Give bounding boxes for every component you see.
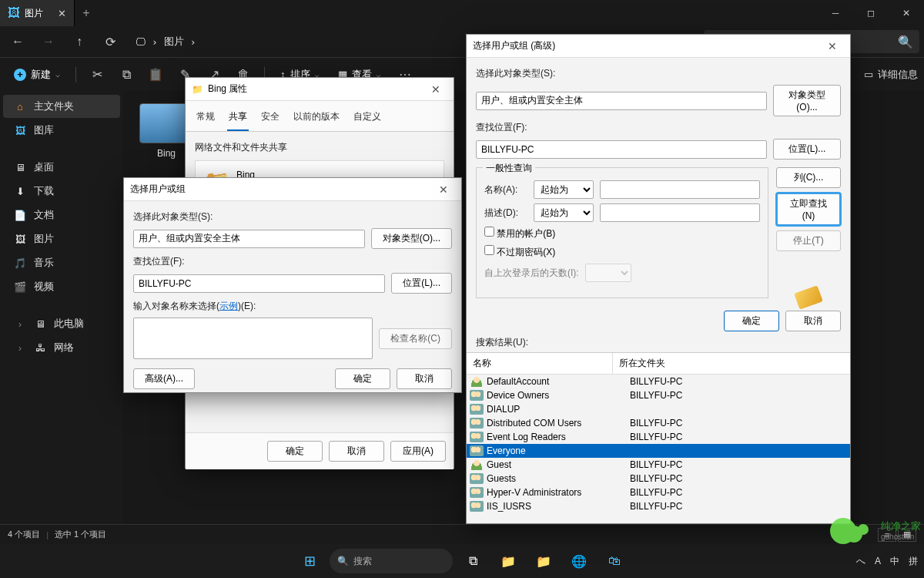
dialog-titlebar[interactable]: 选择用户或组 (高级) ✕ <box>467 35 850 58</box>
name-op-select[interactable]: 起始为 <box>534 180 594 199</box>
taskbar-explorer[interactable]: 📁 <box>493 546 524 576</box>
location-label: 查找位置(F): <box>476 121 841 134</box>
result-row[interactable]: DefaultAccountBILLYFU-PC <box>467 375 850 388</box>
example-link[interactable]: 示例 <box>219 301 238 311</box>
start-button[interactable]: ⊞ <box>294 546 325 576</box>
ime-lang[interactable]: 中 <box>890 555 899 568</box>
ok-button[interactable]: 确定 <box>267 441 323 462</box>
sidebar-item[interactable]: 🎬视频 <box>3 275 120 298</box>
taskbar-explorer-2[interactable]: 📁 <box>528 546 559 576</box>
sidebar-item-gallery[interactable]: 🖼图库 <box>3 119 120 142</box>
columns-button[interactable]: 列(C)... <box>776 167 841 188</box>
tab[interactable]: 常规 <box>195 107 216 131</box>
forward-button[interactable]: → <box>35 29 62 55</box>
copy-button[interactable]: ⧉ <box>113 62 139 88</box>
tray-chevron-icon[interactable]: へ <box>856 555 865 568</box>
close-tab-icon[interactable]: ✕ <box>55 7 68 19</box>
object-type-field[interactable] <box>133 230 365 248</box>
back-button[interactable]: ← <box>5 29 31 55</box>
col-folder[interactable]: 所在文件夹 <box>613 353 671 374</box>
desc-input[interactable] <box>600 203 760 222</box>
close-icon[interactable]: ✕ <box>424 83 447 96</box>
breadcrumb[interactable]: 🖵 › 图片 › <box>136 35 196 49</box>
result-row[interactable]: Device OwnersBILLYFU-PC <box>467 388 850 402</box>
result-row[interactable]: Everyone <box>467 444 850 458</box>
window-tab[interactable]: 🖼 图片 ✕ <box>0 0 75 26</box>
new-tab-button[interactable]: + <box>75 6 98 20</box>
paste-button[interactable]: 📋 <box>142 62 169 88</box>
object-type-button[interactable]: 对象类型(O)... <box>371 228 452 249</box>
result-row[interactable]: Event Log ReadersBILLYFU-PC <box>467 430 850 444</box>
sidebar-item[interactable]: 🖼图片 <box>3 227 120 250</box>
refresh-button[interactable]: ⟳ <box>97 29 123 55</box>
taskview-button[interactable]: ⧉ <box>457 546 488 576</box>
maximize-button[interactable]: ◻ <box>853 0 889 26</box>
result-row[interactable]: Hyper-V AdministratorsBILLYFU-PC <box>467 486 850 499</box>
cancel-button[interactable]: 取消 <box>329 441 384 462</box>
ok-button[interactable]: 确定 <box>724 311 779 331</box>
up-button[interactable]: ↑ <box>66 29 92 55</box>
location-field[interactable] <box>133 274 385 293</box>
check-names-button[interactable]: 检查名称(C) <box>379 328 452 349</box>
sidebar-item[interactable]: 🎵音乐 <box>3 251 120 274</box>
tab[interactable]: 共享 <box>227 107 249 131</box>
close-button[interactable]: ✕ <box>889 0 924 26</box>
cancel-button[interactable]: 取消 <box>397 368 452 389</box>
names-input[interactable] <box>133 318 373 359</box>
result-row[interactable]: IIS_IUSRSBILLYFU-PC <box>467 499 850 513</box>
sidebar-item[interactable]: 📄文档 <box>3 203 120 227</box>
ime-mode[interactable]: 拼 <box>909 555 918 568</box>
stop-button[interactable]: 停止(T) <box>776 230 841 251</box>
col-name[interactable]: 名称 <box>467 353 613 374</box>
sidebar-icon: 📄 <box>14 209 26 221</box>
taskbar-search[interactable]: 🔍搜索 <box>330 549 453 573</box>
cancel-button[interactable]: 取消 <box>785 311 841 331</box>
result-row[interactable]: INTERACTIVE <box>467 513 850 514</box>
cut-button[interactable]: ✂ <box>84 62 110 88</box>
dialog-titlebar[interactable]: 📁 Bing 属性 ✕ <box>186 78 454 101</box>
breadcrumb-item[interactable]: 图片 <box>164 35 184 49</box>
location-field[interactable] <box>476 140 767 159</box>
result-row[interactable]: Distributed COM UsersBILLYFU-PC <box>467 416 850 430</box>
advanced-button[interactable]: 高级(A)... <box>133 368 195 389</box>
location-button[interactable]: 位置(L)... <box>773 139 841 160</box>
sidebar-item-home[interactable]: ⌂主文件夹 <box>3 95 120 118</box>
new-button[interactable]: + 新建 ⌵ <box>6 65 68 85</box>
object-type-button[interactable]: 对象类型(O)... <box>773 85 841 116</box>
tab[interactable]: 自定义 <box>352 107 383 131</box>
sidebar-item[interactable]: 🖥桌面 <box>3 156 120 179</box>
sidebar-item-thispc[interactable]: ›🖥此电脑 <box>3 312 120 335</box>
sidebar-item[interactable]: ⬇下载 <box>3 180 120 203</box>
selection-count: 选中 1 个项目 <box>55 529 106 540</box>
desc-op-select[interactable]: 起始为 <box>534 203 594 222</box>
apply-button[interactable]: 应用(A) <box>390 441 446 462</box>
system-tray[interactable]: へ A 中 拼 <box>856 555 918 568</box>
ime-a[interactable]: A <box>875 556 881 566</box>
days-select <box>585 264 631 282</box>
status-bar: 4 个项目 | 选中 1 个项目 ≡ ▦ <box>0 524 924 544</box>
sidebar: ⌂主文件夹 🖼图库 🖥桌面⬇下载📄文档🖼图片🎵音乐🎬视频 ›🖥此电脑 ›🖧网络 <box>0 91 123 561</box>
minimize-button[interactable]: ─ <box>818 0 853 26</box>
taskbar-store[interactable]: 🛍 <box>599 546 630 576</box>
key-icon <box>794 285 823 310</box>
name-input[interactable] <box>600 180 760 199</box>
taskbar-edge[interactable]: 🌐 <box>564 546 594 576</box>
sidebar-item-network[interactable]: ›🖧网络 <box>3 336 120 359</box>
close-icon[interactable]: ✕ <box>432 183 455 196</box>
result-row[interactable]: GuestBILLYFU-PC <box>467 458 850 472</box>
sidebar-icon: 🖥 <box>14 161 26 173</box>
object-type-field[interactable] <box>476 92 767 110</box>
close-icon[interactable]: ✕ <box>821 40 844 52</box>
nonexpire-checkbox[interactable]: 不过期密码(X) <box>484 245 555 259</box>
details-button[interactable]: ▭ 详细信息 <box>864 68 918 82</box>
result-row[interactable]: GuestsBILLYFU-PC <box>467 472 850 486</box>
tab[interactable]: 安全 <box>259 107 281 131</box>
disabled-accounts-checkbox[interactable]: 禁用的帐户(B) <box>484 227 555 240</box>
tab[interactable]: 以前的版本 <box>292 107 341 131</box>
find-now-button[interactable]: 立即查找(N) <box>776 193 841 226</box>
location-button[interactable]: 位置(L)... <box>391 273 452 294</box>
result-row[interactable]: DIALUP <box>467 402 850 416</box>
dialog-titlebar[interactable]: 选择用户或组 ✕ <box>124 178 461 201</box>
dialog-title: 选择用户或组 <box>130 183 432 196</box>
ok-button[interactable]: 确定 <box>335 368 390 389</box>
